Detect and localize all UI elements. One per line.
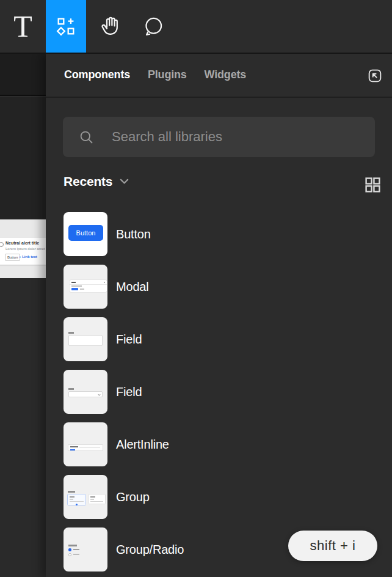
assets-tool-button[interactable] bbox=[46, 0, 86, 53]
item-label: Group bbox=[116, 490, 150, 504]
hand-tool-button[interactable] bbox=[92, 0, 129, 53]
item-label: Group/Radio bbox=[116, 543, 184, 557]
popout-arrow-icon bbox=[366, 67, 383, 84]
grid-view-toggle[interactable] bbox=[363, 175, 382, 194]
search-box bbox=[63, 117, 375, 157]
mini-select-caret bbox=[98, 393, 100, 395]
item-label: Button bbox=[116, 227, 151, 241]
tab-components[interactable]: Components bbox=[64, 68, 130, 81]
toolbar: T bbox=[0, 0, 392, 53]
hand-icon bbox=[100, 15, 122, 37]
text-tool-icon: T bbox=[13, 9, 32, 44]
comment-tool-button[interactable] bbox=[134, 0, 172, 53]
canvas-background-lower bbox=[0, 278, 46, 577]
figma-window: Neutral alert title Lorem ipsum dolor am… bbox=[0, 0, 392, 577]
alert-title: Neutral alert title bbox=[5, 241, 39, 245]
item-label: Modal bbox=[116, 280, 148, 294]
thumbnail-button: Button bbox=[64, 212, 107, 256]
canvas-area: Neutral alert title Lorem ipsum dolor am… bbox=[0, 53, 46, 577]
mini-button-preview: Button bbox=[68, 225, 103, 241]
alert-info-icon bbox=[0, 242, 4, 247]
toolbar-divider bbox=[0, 53, 392, 54]
list-item-modal[interactable]: Modal bbox=[46, 265, 392, 309]
canvas-light-frame: Neutral alert title Lorem ipsum dolor am… bbox=[0, 219, 46, 278]
alert-link: + Link text bbox=[19, 255, 37, 259]
list-item-button[interactable]: Button Button bbox=[46, 212, 392, 256]
alert-button: Button bbox=[5, 254, 20, 261]
item-label: AlertInline bbox=[116, 438, 169, 452]
mini-radio-selected bbox=[68, 548, 71, 551]
popout-panel-button[interactable] bbox=[366, 67, 384, 85]
shortcut-hint-label: shift + i bbox=[310, 538, 356, 554]
mini-radio-unselected bbox=[68, 553, 71, 556]
grid-icon bbox=[364, 176, 382, 194]
assets-icon bbox=[56, 17, 76, 36]
search-icon bbox=[78, 129, 95, 145]
chevron-down-icon bbox=[120, 178, 129, 185]
thumbnail-modal bbox=[64, 265, 107, 309]
tab-plugins[interactable]: Plugins bbox=[148, 68, 187, 81]
thumbnail-group-radio bbox=[64, 527, 107, 571]
canvas-dark-frame bbox=[0, 53, 46, 96]
list-item-group[interactable]: Group bbox=[46, 475, 392, 519]
item-label: Field bbox=[116, 385, 142, 399]
list-item-alertinline[interactable]: AlertInline bbox=[46, 422, 392, 466]
shortcut-hint-badge: shift + i bbox=[288, 531, 377, 561]
thumbnail-group bbox=[64, 475, 107, 519]
thumbnail-field-input bbox=[64, 317, 107, 361]
search-input[interactable] bbox=[112, 129, 363, 145]
tab-widgets[interactable]: Widgets bbox=[205, 68, 246, 81]
list-item-field-select[interactable]: Field bbox=[46, 370, 392, 414]
comment-icon bbox=[142, 15, 164, 37]
panel-tabs: Components Plugins Widgets bbox=[46, 53, 392, 98]
thumbnail-field-select bbox=[64, 370, 107, 414]
canvas-background bbox=[0, 97, 46, 219]
text-tool-button[interactable]: T bbox=[0, 0, 46, 53]
item-label: Field bbox=[116, 333, 142, 347]
list-item-field[interactable]: Field bbox=[46, 317, 392, 361]
recents-header-row: Recents bbox=[46, 174, 392, 196]
assets-panel: Components Plugins Widgets Recents bbox=[46, 53, 392, 577]
recents-dropdown[interactable]: Recents bbox=[64, 174, 129, 189]
thumbnail-alertinline bbox=[64, 422, 107, 466]
mini-modal-preview bbox=[70, 280, 107, 292]
recents-title: Recents bbox=[64, 174, 112, 189]
